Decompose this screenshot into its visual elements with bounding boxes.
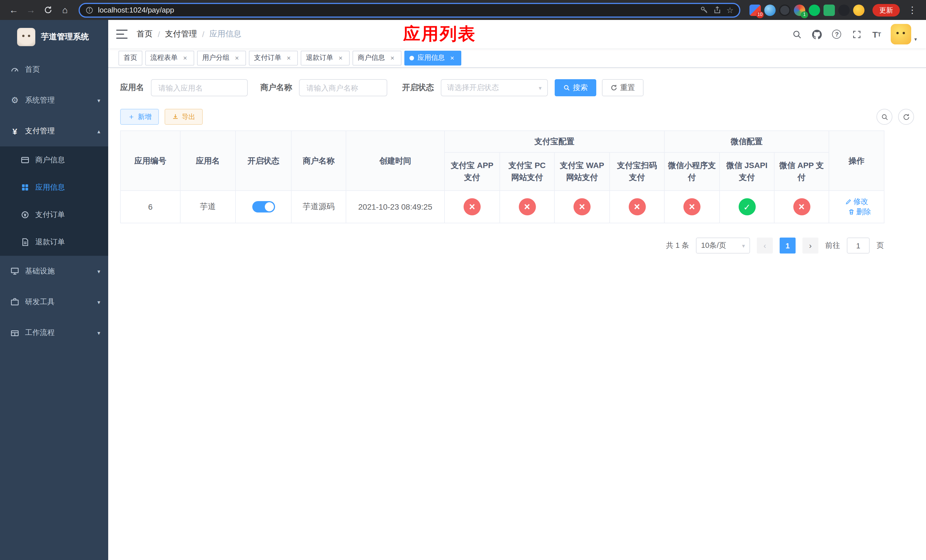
browser-menu-button[interactable]: ⋮ xyxy=(904,2,920,18)
tab-close-icon[interactable]: × xyxy=(181,54,189,62)
browser-reload-button[interactable] xyxy=(40,2,56,18)
sidebar-item-home[interactable]: 首页 xyxy=(0,54,108,85)
font-size-icon[interactable]: TT xyxy=(871,29,882,40)
browser-forward-button[interactable]: → xyxy=(23,2,39,18)
plus-icon: ＋ xyxy=(127,112,135,122)
delete-link-label: 删除 xyxy=(856,207,871,217)
goto-page-input[interactable] xyxy=(847,238,870,254)
tab-pay-orders[interactable]: 支付订单× xyxy=(249,50,298,65)
col-header-alipay-qr: 支付宝扫码支付 xyxy=(610,152,664,191)
extension-icon-grid[interactable]: 10 xyxy=(749,4,761,16)
page-size-select[interactable]: 10条/页 ▾ xyxy=(696,238,750,254)
col-header-wechat-mini: 微信小程序支付 xyxy=(664,152,720,191)
tab-app-info[interactable]: 应用信息× xyxy=(404,50,461,65)
app-brand[interactable]: 芋道管理系统 xyxy=(0,20,108,54)
tab-user-group[interactable]: 用户分组× xyxy=(197,50,246,65)
sidebar-item-system[interactable]: ⚙ 系统管理 ▾ xyxy=(0,85,108,116)
browser-home-button[interactable]: ⌂ xyxy=(57,2,73,18)
add-button[interactable]: ＋ 新增 xyxy=(120,109,159,125)
sidebar-item-refund-orders[interactable]: 退款订单 xyxy=(0,229,108,256)
browser-back-button[interactable]: ← xyxy=(6,2,22,18)
browser-toolbar: ← → ⌂ localhost:1024/pay/app ☆ 10 xyxy=(0,0,926,20)
extension-icon-rings[interactable]: 1 xyxy=(794,4,805,16)
sidebar-item-merchant-info[interactable]: 商户信息 xyxy=(0,147,108,174)
tab-close-icon[interactable]: × xyxy=(388,54,396,62)
sidebar-item-label: 首页 xyxy=(25,64,40,75)
site-info-icon[interactable] xyxy=(85,6,94,14)
navbar-actions: ? TT ▾ xyxy=(791,24,917,44)
sidebar-item-label: 退款订单 xyxy=(35,237,65,247)
extension-icon-drop[interactable] xyxy=(764,4,776,16)
toggle-search-button[interactable] xyxy=(876,109,893,125)
fullscreen-icon[interactable] xyxy=(851,29,862,40)
sidebar-item-infrastructure[interactable]: 基础设施 ▾ xyxy=(0,256,108,286)
sidebar-item-dev-tools[interactable]: 研发工具 ▾ xyxy=(0,286,108,317)
tab-label: 用户分组 xyxy=(202,53,230,63)
tab-close-icon[interactable]: × xyxy=(448,54,456,62)
extension-icon-face[interactable] xyxy=(853,4,864,16)
url-bar[interactable]: localhost:1024/pay/app ☆ xyxy=(79,3,740,17)
sidebar-item-label: 基础设施 xyxy=(25,266,54,276)
status-select[interactable]: 请选择开启状态 ▾ xyxy=(441,79,548,96)
browser-update-button[interactable]: 更新 xyxy=(873,4,900,16)
table-row: 6 芋道 芋道源码 2021-10-23 08:49:25 xyxy=(121,191,884,223)
tab-merchant-info[interactable]: 商户信息× xyxy=(353,50,401,65)
breadcrumb-payment[interactable]: 支付管理 xyxy=(165,29,197,39)
merchant-name-input[interactable] xyxy=(299,79,387,96)
yen-icon: ¥ xyxy=(10,127,20,136)
reset-button[interactable]: 重置 xyxy=(602,79,643,96)
share-icon[interactable] xyxy=(713,6,722,14)
top-navbar: 首页 / 支付管理 / 应用信息 应用列表 ? xyxy=(108,20,926,48)
help-icon[interactable]: ? xyxy=(831,29,843,40)
group-header-wechat: 微信配置 xyxy=(664,131,829,152)
refresh-table-button[interactable] xyxy=(898,109,914,125)
tab-home[interactable]: 首页 xyxy=(118,50,142,65)
tab-label: 应用信息 xyxy=(418,53,445,63)
current-page-button[interactable]: 1 xyxy=(780,238,796,254)
sidebar-item-workflow[interactable]: 工作流程 ▾ xyxy=(0,317,108,348)
download-icon xyxy=(172,114,179,120)
next-page-button[interactable]: › xyxy=(802,238,819,254)
github-icon[interactable] xyxy=(811,29,823,40)
password-key-icon[interactable] xyxy=(700,6,709,14)
refresh-icon xyxy=(902,113,910,121)
extension-icon-green-circle[interactable] xyxy=(809,4,820,16)
search-icon[interactable] xyxy=(791,29,803,40)
credit-card-icon xyxy=(21,156,30,165)
extension-icon-dark-circle[interactable] xyxy=(779,4,790,16)
edit-link[interactable]: 修改 xyxy=(845,197,868,207)
tab-refund-orders[interactable]: 退款订单× xyxy=(301,50,350,65)
extension-icon-green-square[interactable] xyxy=(823,4,835,16)
sidebar-item-label: 研发工具 xyxy=(25,297,54,307)
sidebar-item-pay-orders[interactable]: 支付订单 xyxy=(0,201,108,229)
status-cross-icon xyxy=(628,198,646,215)
tab-close-icon[interactable]: × xyxy=(285,54,293,62)
sidebar-item-payment[interactable]: ¥ 支付管理 ▴ xyxy=(0,116,108,147)
tab-label: 退款订单 xyxy=(306,53,333,63)
delete-link[interactable]: 删除 xyxy=(848,207,871,217)
sidebar-toggle-icon[interactable] xyxy=(116,30,127,39)
sidebar-item-app-info[interactable]: 应用信息 xyxy=(0,174,108,201)
avatar-caret-icon[interactable]: ▾ xyxy=(914,36,917,42)
extension-icon-dark-round[interactable] xyxy=(838,4,850,16)
col-header-actions: 操作 xyxy=(829,131,884,191)
url-text[interactable]: localhost:1024/pay/app xyxy=(98,6,696,14)
app-name-input[interactable] xyxy=(151,79,248,96)
sidebar-item-label: 商户信息 xyxy=(35,155,65,165)
col-header-app-name: 应用名 xyxy=(180,131,236,191)
tab-process-form[interactable]: 流程表单× xyxy=(145,50,194,65)
prev-page-button[interactable]: ‹ xyxy=(757,238,773,254)
breadcrumb-home[interactable]: 首页 xyxy=(137,29,153,39)
avatar[interactable] xyxy=(891,24,911,44)
sidebar-submenu-payment: 商户信息 应用信息 支付订单 xyxy=(0,147,108,256)
goto-prefix: 前往 xyxy=(825,241,840,251)
trash-icon xyxy=(848,209,855,215)
tab-close-icon[interactable]: × xyxy=(337,54,345,62)
search-button[interactable]: 搜索 xyxy=(555,79,596,96)
bookmark-star-icon[interactable]: ☆ xyxy=(726,5,734,15)
tab-close-icon[interactable]: × xyxy=(233,54,241,62)
enable-toggle[interactable] xyxy=(252,201,275,212)
export-button[interactable]: 导出 xyxy=(165,109,203,125)
export-button-label: 导出 xyxy=(182,112,195,122)
breadcrumb-separator: / xyxy=(158,30,160,39)
